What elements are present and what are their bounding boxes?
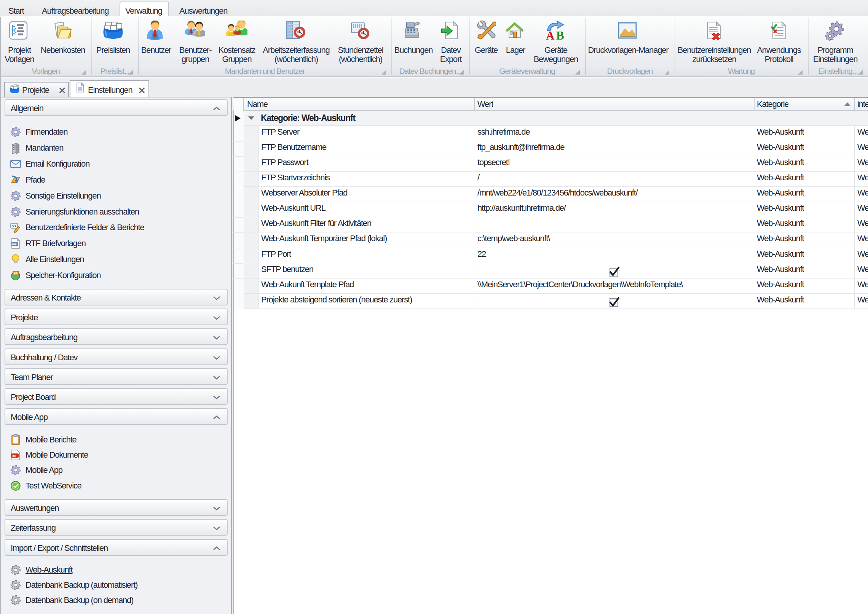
svg-text:AB: AB — [14, 272, 18, 275]
svg-text:A: A — [546, 29, 555, 40]
svg-text:PDF: PDF — [12, 454, 17, 458]
svg-text:AB: AB — [11, 224, 16, 228]
svg-text:RTF: RTF — [12, 243, 17, 246]
svg-text:B: B — [556, 29, 564, 40]
